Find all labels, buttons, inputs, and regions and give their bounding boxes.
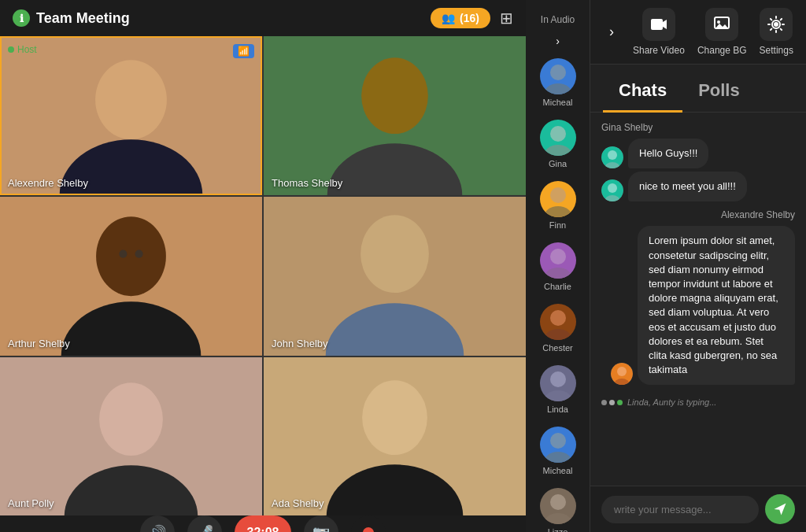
svg-point-45: [608, 150, 617, 160]
change-bg-label: Change BG: [697, 45, 747, 56]
svg-point-27: [550, 249, 566, 264]
top-bar: ℹ Team Meeting 👥 (16) ⊞: [0, 0, 526, 36]
settings-item[interactable]: Settings: [760, 8, 793, 56]
msg-sender-gina: Gina Shelby: [601, 122, 795, 133]
chat-panel: › Share Video Ch: [590, 0, 806, 532]
svg-point-25: [550, 187, 566, 203]
svg-point-36: [544, 513, 572, 524]
chat-input-area: [590, 486, 806, 532]
svg-point-48: [608, 183, 617, 193]
participant-item-micheal[interactable]: Micheal: [526, 54, 590, 112]
typing-indicator: Linda, Aunty is typing...: [601, 393, 795, 412]
settings-label: Settings: [760, 45, 793, 56]
video-cell-6[interactable]: Ada Shelby: [264, 357, 526, 516]
send-button[interactable]: [765, 494, 795, 524]
share-video-item[interactable]: Share Video: [633, 8, 685, 56]
participant-name-lizze: Lizze: [548, 527, 568, 532]
svg-point-28: [544, 268, 572, 279]
svg-point-11: [135, 249, 143, 257]
msg-avatar-alexandre: [611, 363, 633, 385]
right-toolbar: › Share Video Ch: [590, 0, 806, 65]
tab-polls[interactable]: Polls: [682, 74, 756, 113]
change-bg-item[interactable]: Change BG: [697, 8, 747, 56]
in-audio-label: In Audio: [526, 8, 590, 28]
timer-button[interactable]: 32:08: [235, 515, 292, 532]
svg-point-30: [544, 329, 572, 340]
participant-item-gina[interactable]: Gina: [526, 115, 590, 173]
msg-row-gina-2: nice to meet you all!!!: [601, 172, 795, 201]
svg-point-24: [544, 145, 572, 156]
video-cell-4[interactable]: John Shelby: [264, 197, 526, 356]
participant-avatar-charlie: [540, 242, 576, 279]
participant-item-lizze[interactable]: Lizze: [526, 483, 590, 532]
svg-point-13: [360, 215, 429, 293]
host-label: Host: [17, 44, 37, 55]
svg-point-8: [96, 216, 166, 296]
svg-point-26: [544, 206, 572, 217]
change-bg-icon-box: [705, 8, 738, 41]
participant-name-finn: Finn: [549, 220, 566, 230]
video-cell-2[interactable]: Thomas Shelby: [264, 36, 526, 195]
video-grid: Host 📶 Alexendre Shelby Thomas Shelby: [0, 36, 526, 515]
svg-point-40: [717, 20, 720, 24]
volume-button[interactable]: 🔊: [140, 515, 175, 532]
svg-point-22: [544, 83, 572, 94]
dot-3: [617, 400, 623, 405]
svg-point-32: [544, 390, 572, 401]
participants-bar: In Audio › Micheal Gina Finn Charlie: [526, 0, 590, 532]
participant-name-linda: Linda: [547, 405, 568, 414]
chat-input[interactable]: [601, 496, 759, 523]
typing-text: Linda, Aunty is typing...: [627, 397, 716, 407]
participant-item-linda[interactable]: Linda: [526, 360, 590, 419]
participant-avatar-linda: [540, 365, 576, 401]
collapse-arrow[interactable]: ›: [603, 20, 620, 43]
video-cell-3[interactable]: Arthur Shelby: [0, 197, 262, 356]
record-button[interactable]: [351, 515, 386, 532]
video-name-2: Thomas Shelby: [272, 177, 342, 189]
participants-icon: 👥: [442, 12, 455, 24]
svg-point-5: [361, 57, 428, 134]
participant-avatar-lizze: [540, 488, 576, 524]
svg-point-51: [617, 367, 627, 376]
participant-name-chester: Chester: [542, 343, 573, 353]
meeting-title: Team Meeting: [36, 10, 130, 27]
tab-chats[interactable]: Chats: [603, 74, 682, 113]
participant-item-chester[interactable]: Chester: [526, 299, 590, 357]
meeting-title-wrap: ℹ Team Meeting: [13, 9, 130, 27]
svg-rect-37: [651, 19, 663, 30]
video-cell-1[interactable]: Host 📶 Alexendre Shelby: [0, 36, 262, 195]
participant-item-finn[interactable]: Finn: [526, 176, 590, 235]
signal-icon: 📶: [233, 44, 254, 58]
video-name-5: Aunt Polly: [8, 497, 54, 509]
msg-group-gina: Gina Shelby Hello Guys!!! nice to meet y…: [601, 122, 795, 201]
msg-avatar-gina-2: [601, 179, 623, 201]
participant-item-micheal2[interactable]: Micheal: [526, 422, 590, 480]
participant-name-gina: Gina: [549, 159, 567, 168]
participant-name-micheal2: Micheal: [543, 466, 573, 475]
participant-name-charlie: Charlie: [544, 282, 571, 291]
svg-point-35: [550, 494, 566, 510]
msg-bubble-gina-2: nice to meet you all!!!: [628, 172, 747, 201]
mic-button[interactable]: 🎤: [187, 515, 222, 532]
expand-participants-arrow[interactable]: ›: [526, 31, 590, 50]
svg-point-16: [99, 382, 163, 456]
share-video-icon-box: [642, 8, 675, 41]
svg-point-31: [550, 371, 566, 387]
svg-point-21: [550, 65, 566, 80]
camera-button[interactable]: 📷: [304, 515, 338, 532]
svg-marker-41: [715, 24, 728, 28]
layout-toggle-icon[interactable]: ⊞: [500, 9, 513, 28]
svg-point-10: [119, 249, 127, 257]
msg-bubble-alexandre-1: Lorem ipsum dolor sit amet, consetetur s…: [638, 226, 795, 385]
chat-header: Chats Polls: [590, 65, 806, 113]
main-video-area: ℹ Team Meeting 👥 (16) ⊞ Host: [0, 0, 526, 532]
participants-badge[interactable]: 👥 (16): [431, 8, 490, 28]
chat-messages: Gina Shelby Hello Guys!!! nice to meet y…: [590, 113, 806, 486]
participant-item-charlie[interactable]: Charlie: [526, 238, 590, 296]
participant-avatar-chester: [540, 304, 576, 340]
svg-point-1: [95, 60, 167, 139]
top-right-controls: 👥 (16) ⊞: [431, 8, 513, 28]
info-icon[interactable]: ℹ: [13, 9, 30, 27]
participant-name-micheal: Micheal: [543, 98, 573, 107]
video-cell-5[interactable]: Aunt Polly: [0, 357, 262, 516]
